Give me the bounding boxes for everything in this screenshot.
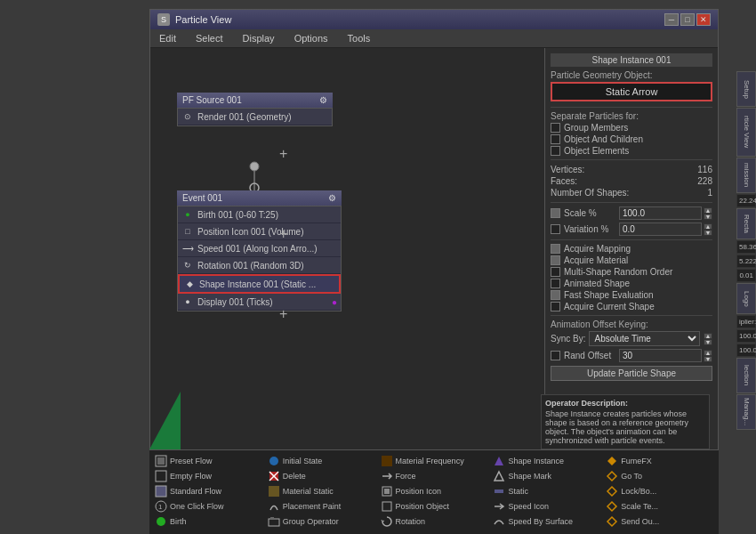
sync-select[interactable]: Absolute Time <box>589 331 700 346</box>
sync-up[interactable]: ▲ <box>704 333 712 339</box>
event-box: Event 001 ⚙ ● Birth 001 (0-60 T:25) □ Po… <box>177 190 342 312</box>
acquire-mapping-cb[interactable] <box>551 244 560 254</box>
group-members-checkbox[interactable] <box>551 123 560 133</box>
side-label-setup[interactable]: Setup <box>736 71 756 107</box>
side-label-recta[interactable]: Recta <box>736 208 756 239</box>
variation-input[interactable] <box>619 222 702 236</box>
multi-shape-cb[interactable] <box>551 267 560 277</box>
checkbox-group-members[interactable]: Group Members <box>551 123 712 133</box>
event-header: Event 001 ⚙ <box>177 190 342 206</box>
object-children-checkbox[interactable] <box>551 134 560 144</box>
event-row-position[interactable]: □ Position Icon 001 (Volume) <box>178 223 341 240</box>
side-label-particle-view[interactable]: rticle View <box>736 108 756 157</box>
cb-acquire-mapping[interactable]: Acquire Mapping <box>551 244 712 254</box>
static-icon <box>493 485 505 498</box>
event-row-display[interactable]: ● Display 001 (Ticks) ● <box>178 294 341 311</box>
scale-checkbox[interactable] <box>551 208 560 218</box>
rand-offset-input[interactable] <box>619 349 702 362</box>
side-label-logo[interactable]: Logo <box>736 283 756 314</box>
acquire-current-cb[interactable] <box>551 302 560 312</box>
material-static-icon <box>268 485 280 498</box>
toolbar-empty-flow[interactable]: Empty Flow <box>153 469 264 483</box>
toolbar-preset-flow[interactable]: Preset Flow <box>153 454 264 468</box>
toolbar-speed-icon[interactable]: Speed Icon <box>491 499 602 514</box>
side-label-manag[interactable]: Manag... <box>736 394 756 430</box>
scale-up[interactable]: ▲ <box>704 207 712 214</box>
toolbar-birth[interactable]: Birth <box>153 514 264 529</box>
menu-display[interactable]: Display <box>237 31 280 45</box>
pf-source-render-row[interactable]: ⊙ Render 001 (Geometry) <box>178 109 332 125</box>
toolbar-goto[interactable]: Go To <box>604 469 715 483</box>
toolbar-standard-flow[interactable]: Standard Flow <box>153 484 264 498</box>
object-elements-checkbox[interactable] <box>551 146 560 156</box>
side-label-selection[interactable]: lection <box>736 358 756 393</box>
svg-rect-15 <box>269 519 279 526</box>
scale-down[interactable]: ▼ <box>704 214 712 220</box>
toolbar-lockbo[interactable]: Lock/Bo... <box>604 484 715 498</box>
checkbox-object-elements[interactable]: Object Elements <box>551 146 712 156</box>
rand-offset-checkbox[interactable] <box>551 351 560 360</box>
rand-up[interactable]: ▲ <box>704 350 712 356</box>
toolbar-one-click-flow[interactable]: 1 One Click Flow <box>153 499 264 514</box>
rand-down[interactable]: ▼ <box>704 356 712 362</box>
toolbar-placement-paint[interactable]: Placement Paint <box>266 499 377 514</box>
variation-down[interactable]: ▼ <box>704 230 712 236</box>
toolbar-sendou[interactable]: Send Ou... <box>604 514 715 529</box>
toolbar-material-frequency[interactable]: Material Frequency <box>379 454 490 468</box>
plus-btn-3[interactable]: + <box>279 306 287 322</box>
menu-options[interactable]: Options <box>289 31 334 45</box>
side-label-mission[interactable]: mission <box>736 158 756 193</box>
toolbar-fumefx[interactable]: FumeFX <box>604 454 715 468</box>
animated-shape-cb[interactable] <box>551 279 560 288</box>
toolbar-force[interactable]: Force <box>379 469 490 483</box>
display-icon: ● <box>181 295 194 308</box>
event-row-rotation[interactable]: ↻ Rotation 001 (Random 3D) <box>178 257 341 274</box>
close-button[interactable]: ✕ <box>696 13 711 26</box>
cb-animated-shape[interactable]: Animated Shape <box>551 279 712 288</box>
menu-tools[interactable]: Tools <box>342 31 376 45</box>
fast-shape-cb[interactable] <box>551 290 560 300</box>
cb-acquire-material[interactable]: Acquire Material <box>551 255 712 265</box>
event-row-shape-instance[interactable]: ◆ Shape Instance 001 (Static ... <box>178 274 341 294</box>
menu-select[interactable]: Select <box>190 31 229 45</box>
plus-btn-1[interactable]: + <box>279 146 287 162</box>
variation-up[interactable]: ▲ <box>704 223 712 230</box>
toolbar-scalete[interactable]: Scale Te... <box>604 499 715 514</box>
object-children-label: Object And Children <box>564 134 643 144</box>
toolbar-static[interactable]: Static <box>491 484 602 498</box>
toolbar-shape-mark[interactable]: Shape Mark <box>491 469 602 483</box>
toolbar-material-static[interactable]: Material Static <box>266 484 377 498</box>
toolbar-position-icon[interactable]: Position Icon <box>379 484 490 498</box>
plus-btn-2[interactable]: + <box>279 226 287 242</box>
update-particle-btn[interactable]: Update Particle Shape <box>551 366 712 381</box>
cb-acquire-current[interactable]: Acquire Current Shape <box>551 302 712 312</box>
group-operator-icon <box>268 515 280 528</box>
cb-fast-shape[interactable]: Fast Shape Evaluation <box>551 290 712 300</box>
geometry-value[interactable]: Static Arrow <box>551 82 712 101</box>
minimize-button[interactable]: ─ <box>664 13 679 26</box>
sync-down[interactable]: ▼ <box>704 339 712 345</box>
event-settings-icon[interactable]: ⚙ <box>328 193 336 203</box>
acquire-material-cb[interactable] <box>551 255 560 265</box>
scale-input[interactable] <box>619 206 702 220</box>
cb-multi-shape[interactable]: Multi-Shape Random Order <box>551 267 712 277</box>
app-icon: S <box>157 13 170 26</box>
variation-checkbox[interactable] <box>551 224 560 234</box>
menu-edit[interactable]: Edit <box>154 31 181 45</box>
position-label: Position Icon 001 (Volume) <box>197 227 304 237</box>
speed-label: Speed 001 (Along Icon Arro...) <box>197 244 318 254</box>
toolbar-position-object[interactable]: Position Object <box>379 499 490 514</box>
sync-spinners: ▲ ▼ <box>704 333 712 345</box>
toolbar-speed-by-surface[interactable]: Speed By Surface <box>491 514 602 529</box>
maximize-button[interactable]: □ <box>680 13 695 26</box>
event-row-speed[interactable]: ⟶ Speed 001 (Along Icon Arro...) <box>178 240 341 257</box>
toolbar-initial-state[interactable]: Initial State <box>266 454 377 468</box>
toolbar-shape-instance[interactable]: Shape Instance <box>491 454 602 468</box>
toolbar-rotation[interactable]: Rotation <box>379 514 490 529</box>
toolbar-group-operator[interactable]: Group Operator <box>266 514 377 529</box>
toolbar-delete[interactable]: Delete <box>266 469 377 483</box>
pf-source-settings-icon[interactable]: ⚙ <box>319 95 327 105</box>
event-row-birth[interactable]: ● Birth 001 (0-60 T:25) <box>178 206 341 223</box>
sync-row: Sync By: Absolute Time ▲ ▼ <box>551 331 712 346</box>
checkbox-object-children[interactable]: Object And Children <box>551 134 712 144</box>
